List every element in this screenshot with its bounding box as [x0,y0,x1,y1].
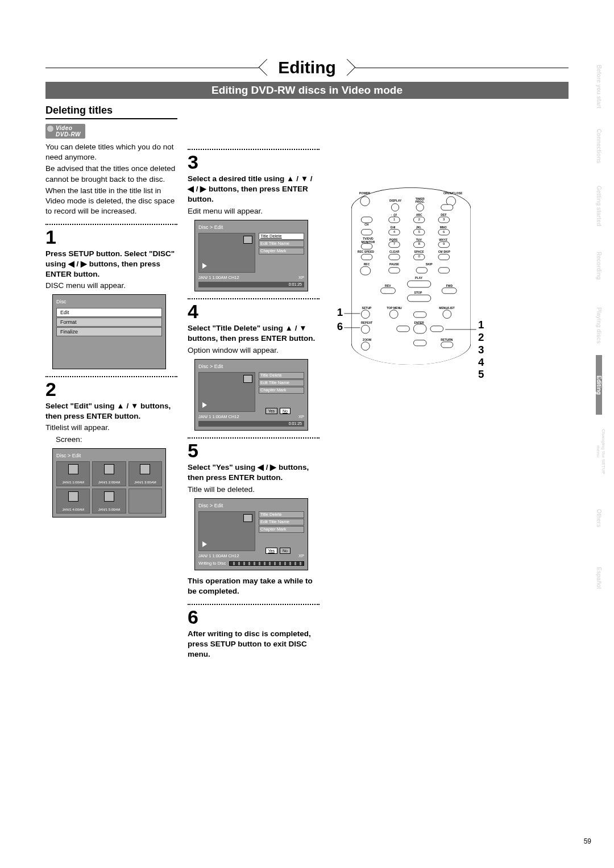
lbl-play: PLAY [415,276,422,279]
subtitle-bar: Editing DVD-RW discs in Video mode [45,82,569,99]
lbl-repeat: REPEAT [361,322,372,324]
step-4-plain: Option window will appear. [188,345,320,356]
columns: You can delete titles which you do not n… [45,142,569,661]
divider-5 [188,437,320,439]
lbl-space: SPACE [414,251,424,253]
btn-0: 0 [413,254,425,260]
callout-right-4: 4 [478,356,484,368]
disc-menu-format: Format [56,318,162,327]
lbl-def: DEF [441,213,446,216]
edit3-bar: 0:01:25 [198,282,304,287]
step-3-bold: Select a desired title using ▲ / ▼ / ◀ /… [188,174,320,205]
step-3-number: 3 [188,152,320,172]
btn-9: 9 [438,241,450,248]
callout-left-1: 1 [337,306,343,319]
dvd-rw-badge: Video DVD-RW [45,124,85,139]
dpad-left-icon [396,326,409,332]
lbl-clear: CLEAR [389,251,399,253]
lbl-rec: REC [364,263,370,266]
btn-2: 2 [413,216,425,223]
step-5-plain: Title will be deleted. [188,485,320,495]
btn-8: 8 [413,241,425,248]
edit4-chapter-mark: Chapter Mark [259,387,304,394]
lbl-jkl: JKL [416,226,422,228]
display-button-icon [391,203,399,211]
skip-prev-icon [416,267,428,273]
divider-6 [188,604,320,605]
edit5-chapter-mark: Chapter Mark [259,526,304,533]
titlelist-head: Disc > Edit [56,452,162,459]
intro-p2: Be advised that the titles once deleted … [45,164,177,184]
step-4-number: 4 [188,302,320,321]
divider-1 [45,224,177,225]
edit5-head: Disc > Edit [198,502,304,509]
lbl-pqrs: PQRS [389,238,397,241]
rev-button-icon [380,287,396,294]
edit4-no: No [280,408,291,414]
thumb-icon [243,514,252,522]
lbl-power: POWER [359,192,370,195]
recspeed-button-icon [361,254,372,260]
edit-menu-screenshot-3: Disc > Edit Title Delete Edit Title Name… [194,220,308,291]
tab-connections[interactable]: Connections [596,116,602,176]
tab-others[interactable]: Others [596,489,602,548]
ch-down-icon [361,229,372,235]
rule-left [45,68,259,68]
btn-5: 5 [413,229,425,235]
lbl-rev: REV [385,284,391,287]
tab-editing[interactable]: Editing [596,355,602,415]
play-icon [202,402,207,408]
step-2-number: 2 [45,379,177,399]
lbl-tuv: TUV [416,238,422,241]
callout-line-l1 [344,314,360,314]
thumb-icon [243,375,252,383]
step-2-plain: Titlelist will appear. [45,423,177,433]
divider-2 [45,376,177,377]
repeat-button-icon [361,325,370,334]
lbl-wxyz: WXYZ [439,238,447,241]
page-title: Editing [267,58,347,77]
edit3-head: Disc > Edit [198,224,304,231]
title-row: Editing [45,57,569,78]
eject-button-icon [441,205,453,211]
callout-right-2: 2 [478,331,484,344]
lbl-topmenu: TOP MENU [387,306,402,309]
cmskip-button-icon [438,254,450,260]
btn-6: 6 [438,229,450,235]
setup-button-icon [361,310,370,319]
step-6-number: 6 [188,607,320,627]
step-2-bold: Select "Edit" using ▲ / ▼ buttons, then … [45,401,177,422]
lbl-menulist: MENU/LIST [439,306,454,309]
tab-changing-setup[interactable]: Changing the SETUP menu [596,415,606,489]
tab-playing-discs[interactable]: Playing discs [596,295,602,355]
callout-right-1: 1 [478,319,484,331]
edit4-foot-r: XP [298,414,304,420]
title-cell-1: JAN/1 1:00AM [56,461,90,486]
play-icon [202,541,207,547]
edit4-yes: Yes [265,408,277,414]
title-cell-5: JAN/1 5:00AM [92,489,126,514]
disc-menu-title: Disc [56,298,162,305]
callout-right-5: 5 [478,368,484,381]
step-1-plain: DISC menu will appear. [45,281,177,291]
dpad-right-icon [430,326,443,332]
intro-p3: When the last title in the title list in… [45,186,177,217]
tab-recording[interactable]: Recording [596,236,602,295]
lbl-cmskip: CM SKIP [438,251,450,253]
fwd-button-icon [442,287,457,294]
edit-menu-screenshot-4: Disc > Edit Title Delete Edit Title Name… [194,359,308,431]
tab-getting-started[interactable]: Getting started [596,176,602,236]
tab-before-you-start[interactable]: Before you start [596,57,602,116]
tvdvd-button-icon [361,243,372,249]
lbl-zoom: ZOOM [363,338,371,341]
clear-button-icon [388,254,400,260]
edit5-foot-l: JAN/ 1 1:00AM CH12 [198,553,239,559]
edit3-foot-l: JAN/ 1 1:00AM CH12 [198,275,239,281]
edit4-bar: 0:01:25 [198,421,304,427]
tab-espanol[interactable]: Español [596,548,602,608]
edit3-edit-title-name: Edit Title Name [259,240,304,247]
step-1-number: 1 [45,227,177,247]
step-3-plain: Edit menu will appear. [188,206,320,216]
title-cell-empty [128,489,162,514]
column-3: POWER OPEN/CLOSE DISPLAY TIMER PROG. ・@!… [330,142,546,661]
